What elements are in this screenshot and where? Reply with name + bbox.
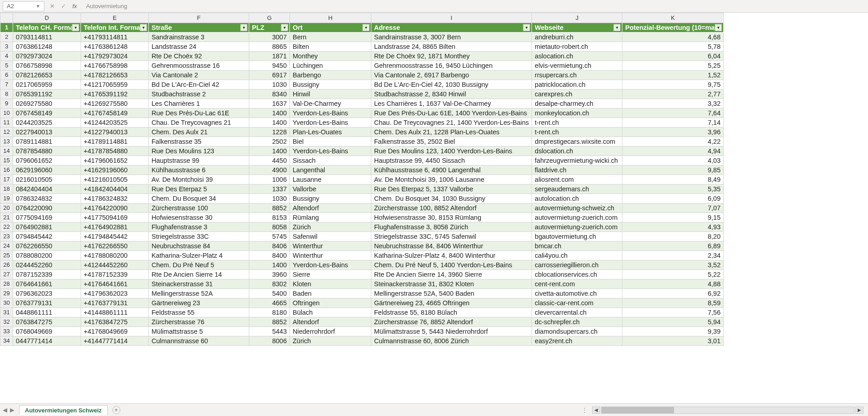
cell[interactable]: 0217065959 — [13, 80, 81, 90]
column-header[interactable]: K — [622, 13, 724, 23]
row-header[interactable]: 3 — [0, 42, 13, 52]
cell[interactable]: +41792973024 — [81, 52, 149, 61]
cell[interactable]: Chem. Des Aulx 21 — [149, 128, 249, 137]
row-header[interactable]: 34 — [0, 336, 13, 346]
filter-icon[interactable]: ▾ — [523, 24, 530, 31]
scroll-right-button[interactable]: ▶ — [855, 407, 863, 414]
cell[interactable]: flatdrive.ch — [532, 165, 622, 175]
cell[interactable]: 0796362023 — [13, 289, 81, 298]
cell[interactable]: 0763847275 — [13, 317, 81, 327]
cell[interactable]: 9,15 — [622, 213, 724, 222]
row-header[interactable]: 19 — [0, 194, 13, 203]
cell[interactable]: +41765391192 — [81, 90, 149, 99]
cell[interactable]: 1228 — [249, 128, 290, 137]
cell[interactable]: 8852 — [249, 203, 290, 213]
cell[interactable]: Culmannstrasse 60, 8006 Zürich — [371, 336, 532, 346]
cell[interactable]: Feldstrasse 55, 8180 Bülach — [371, 308, 532, 317]
cell[interactable]: 3,01 — [622, 336, 724, 346]
cell[interactable]: 7,56 — [622, 308, 724, 317]
cell[interactable]: Winterthur — [290, 241, 371, 251]
cell[interactable]: Landstrasse 24 — [149, 42, 249, 52]
row-header[interactable]: 27 — [0, 270, 13, 279]
cell[interactable]: cblocationservices.ch — [532, 270, 622, 279]
cell[interactable]: Lausanne — [290, 175, 371, 184]
filter-icon[interactable]: ▾ — [140, 24, 147, 31]
cell[interactable]: Kloten — [290, 279, 371, 289]
cell[interactable]: 8865 — [249, 42, 290, 52]
cell[interactable]: 8180 — [249, 308, 290, 317]
cell[interactable]: Val-De-Charmey — [290, 99, 371, 109]
cell[interactable]: Rue Des Moulins 123 — [149, 147, 249, 156]
cell[interactable]: Rte De Choëx 92, 1871 Monthey — [371, 52, 532, 61]
cell[interactable]: Chem. Du Bosquet 34, 1030 Bussigny — [371, 194, 532, 203]
cell[interactable]: andreburri.ch — [532, 33, 622, 42]
row-header[interactable]: 18 — [0, 184, 13, 194]
row-header[interactable]: 20 — [0, 203, 13, 213]
cell[interactable]: 0789114881 — [13, 137, 81, 147]
cell[interactable]: 9,75 — [622, 80, 724, 90]
cell[interactable]: Winterthur — [290, 251, 371, 260]
cell[interactable]: 8058 — [249, 222, 290, 232]
cell[interactable]: Zürcherstrasse 76 — [149, 317, 249, 327]
cell[interactable]: civetta-automotive.ch — [532, 289, 622, 298]
cell[interactable]: 8,59 — [622, 298, 724, 308]
cell[interactable]: elvis-vermietung.ch — [532, 61, 622, 71]
cell[interactable]: fahrzeugvermietung-wicki.ch — [532, 156, 622, 165]
cell[interactable]: 4450 — [249, 156, 290, 165]
cell[interactable]: 8,20 — [622, 232, 724, 241]
cell[interactable]: Bd De L'Arc-En-Ciel 42 — [149, 80, 249, 90]
cell[interactable]: 4665 — [249, 298, 290, 308]
cell[interactable]: 3,96 — [622, 128, 724, 137]
fx-icon[interactable]: fx — [72, 3, 77, 9]
cell[interactable]: Hofwiesenstrasse 30, 8153 Rümlang — [371, 213, 532, 222]
cell[interactable]: mietauto-robert.ch — [532, 42, 622, 52]
cell[interactable]: Falkenstrasse 35, 2502 Biel — [371, 137, 532, 147]
cell[interactable]: Yverdon-Les-Bains — [290, 109, 371, 118]
cell[interactable]: 1871 — [249, 52, 290, 61]
cell[interactable]: Chem. Des Aulx 21, 1228 Plan-Les-Ouates — [371, 128, 532, 137]
cell[interactable]: Chem. Du Bosquet 34 — [149, 194, 249, 203]
row-header[interactable]: 8 — [0, 90, 13, 99]
cell[interactable]: Safenwil — [290, 232, 371, 241]
row-header[interactable]: 33 — [0, 327, 13, 336]
cell[interactable]: 1400 — [249, 260, 290, 270]
table-header-cell[interactable]: PLZ▾ — [249, 23, 290, 33]
cell[interactable]: t-rent.ch — [532, 128, 622, 137]
cell[interactable]: Hofwiesenstrasse 30 — [149, 213, 249, 222]
cell[interactable]: Av. De Montchoisi 39 — [149, 175, 249, 184]
row-header[interactable]: 2 — [0, 33, 13, 42]
cell[interactable]: Rue Des Eterpaz 5, 1337 Vallorbe — [371, 184, 532, 194]
cell[interactable]: +41447771414 — [81, 336, 149, 346]
column-header[interactable]: I — [371, 13, 532, 23]
cell[interactable]: 1637 — [249, 99, 290, 109]
cell[interactable]: Neubruchstrasse 84, 8406 Winterthur — [371, 241, 532, 251]
cell[interactable]: 0764220090 — [13, 203, 81, 213]
cell[interactable]: +41217065959 — [81, 80, 149, 90]
cell[interactable]: +41782126653 — [81, 71, 149, 80]
table-header-cell[interactable]: Telefon CH. Format▾ — [13, 23, 81, 33]
cell[interactable]: 1400 — [249, 109, 290, 118]
cell[interactable]: Langenthal — [290, 165, 371, 175]
cell[interactable]: dc-schrepfer.ch — [532, 317, 622, 327]
cell[interactable]: +41764641661 — [81, 279, 149, 289]
cell[interactable]: Flughafenstrasse 3 — [149, 222, 249, 232]
cell[interactable]: 5,25 — [622, 61, 724, 71]
cell[interactable]: 6,04 — [622, 52, 724, 61]
cell[interactable]: Bussigny — [290, 194, 371, 203]
cell[interactable]: Via Cantonale 2 — [149, 71, 249, 80]
confirm-icon[interactable]: ✓ — [61, 3, 66, 9]
cell[interactable]: 8340 — [249, 90, 290, 99]
cell[interactable]: +41788080200 — [81, 251, 149, 260]
filter-icon[interactable]: ▾ — [240, 24, 247, 31]
cell[interactable]: Gehrenmoosstrasse 16, 9450 Lüchingen — [371, 61, 532, 71]
cell[interactable]: cali4you.ch — [532, 251, 622, 260]
cell[interactable]: 1030 — [249, 194, 290, 203]
cell[interactable]: 2502 — [249, 137, 290, 147]
cell[interactable]: 7,07 — [622, 203, 724, 213]
cell[interactable]: Zürich — [290, 222, 371, 232]
cell[interactable]: 1400 — [249, 118, 290, 128]
cell[interactable]: Kühlhausstrasse 6 — [149, 165, 249, 175]
cell[interactable]: 0768049669 — [13, 327, 81, 336]
cell[interactable]: cent-rent.com — [532, 279, 622, 289]
cell[interactable]: Studbachstrasse 2, 8340 Hinwil — [371, 90, 532, 99]
